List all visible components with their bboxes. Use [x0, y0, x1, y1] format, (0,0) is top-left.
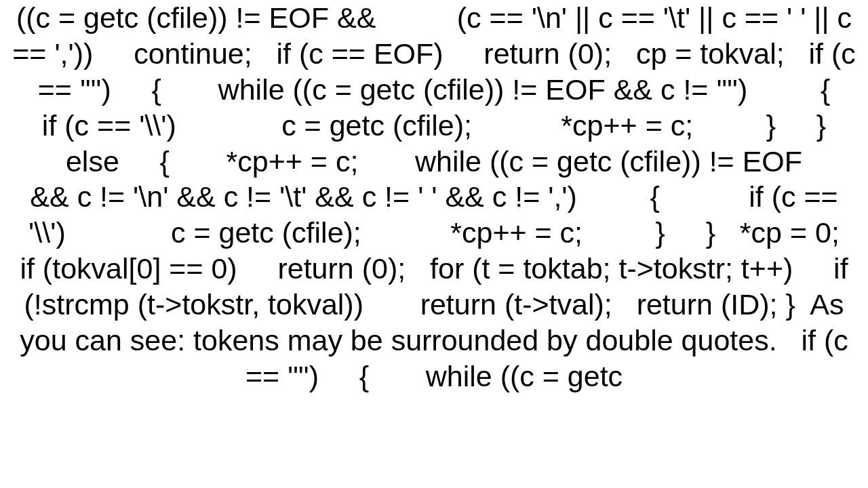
page-body: ((c = getc (cfile)) != EOF && (c == '\n'…	[0, 0, 868, 488]
code-paragraph: ((c = getc (cfile)) != EOF && (c == '\n'…	[11, 0, 857, 394]
